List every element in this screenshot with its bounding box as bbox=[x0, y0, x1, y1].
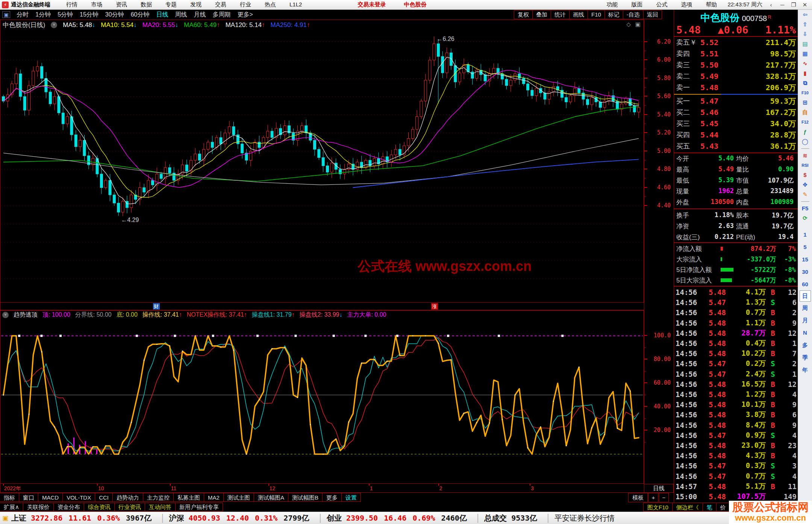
toolbar-button-标记[interactable]: 标记 bbox=[604, 10, 623, 19]
toolbar-button--自选[interactable]: -自选 bbox=[623, 10, 644, 19]
menu-item-资讯[interactable]: 资讯 bbox=[109, 1, 134, 8]
period-月[interactable]: 月 bbox=[798, 314, 812, 326]
menu-item-市场[interactable]: 市场 bbox=[84, 1, 109, 8]
menu-item-数据[interactable]: 数据 bbox=[134, 1, 159, 8]
period-60[interactable]: 60 bbox=[798, 278, 812, 290]
toolbar-button-叠加[interactable]: 叠加 bbox=[532, 10, 551, 19]
zoom-in-button[interactable]: + bbox=[648, 493, 658, 502]
tab-互动问答[interactable]: 互动问答 bbox=[145, 503, 176, 511]
period-1[interactable]: 1 bbox=[798, 228, 812, 241]
tab-CCI[interactable]: CCI bbox=[95, 493, 113, 502]
tab-行业资讯[interactable]: 行业资讯 bbox=[114, 503, 145, 511]
refresh-icon[interactable]: ⟳ bbox=[798, 213, 812, 223]
tab-笔[interactable]: 笔 bbox=[703, 503, 717, 512]
rsi-icon[interactable]: RSI bbox=[798, 160, 812, 170]
timeframe-1分钟[interactable]: 1分钟 bbox=[32, 11, 54, 18]
tree-icon[interactable]: ⊞ bbox=[798, 98, 812, 107]
menu-item-行情[interactable]: 行情 bbox=[59, 1, 84, 8]
timeframe-周线[interactable]: 周线 bbox=[171, 11, 190, 18]
timeframe-多周期[interactable]: 多周期 bbox=[209, 11, 234, 18]
f10-icon[interactable]: F10 bbox=[798, 88, 812, 98]
period-N[interactable]: N bbox=[798, 326, 812, 339]
tab-扩展∧[interactable]: 扩展∧ bbox=[0, 503, 23, 511]
diamond-icon[interactable]: ◇ bbox=[626, 21, 631, 28]
move-icon[interactable]: ✥ bbox=[798, 180, 812, 190]
tab-综合资讯[interactable]: 综合资讯 bbox=[84, 503, 115, 511]
kline-icon[interactable]: ▮ bbox=[798, 68, 812, 78]
formula-icon[interactable]: ƒ bbox=[798, 127, 812, 137]
period-周[interactable]: 周 bbox=[798, 302, 812, 314]
toolbar-button-画线[interactable]: 画线 bbox=[569, 10, 588, 19]
period-日[interactable]: 日 bbox=[800, 290, 811, 302]
menu-item-帮助[interactable]: 帮助 bbox=[699, 1, 724, 8]
down-arrow-icon[interactable]: ⇩ bbox=[798, 29, 812, 39]
tab-测试主图[interactable]: 测试主图 bbox=[223, 493, 254, 502]
f5-icon[interactable]: F5 bbox=[798, 204, 812, 213]
maximize-pane-icon[interactable]: ▣ bbox=[635, 21, 641, 28]
menu-item-交易[interactable]: 交易 bbox=[208, 1, 233, 8]
circle-icon[interactable]: ◯ bbox=[798, 137, 812, 146]
restore-icon[interactable]: ❐ bbox=[789, 2, 798, 8]
tab-MACD[interactable]: MACD bbox=[38, 493, 63, 502]
period-15[interactable]: 15 bbox=[798, 253, 812, 266]
toolbar-button-复权[interactable]: 复权 bbox=[514, 10, 533, 19]
event-badge-财[interactable]: 财 bbox=[153, 303, 160, 310]
indicator-subchart[interactable]: ˅趋势逃顶顶: 100.00分界线: 50.00底: 0.00操作线: 37.4… bbox=[0, 310, 644, 484]
period-5[interactable]: 5 bbox=[798, 241, 812, 253]
pencil-icon[interactable]: ✎ bbox=[798, 190, 812, 199]
tab-测试幅图A[interactable]: 测试幅图A bbox=[254, 493, 288, 502]
money-icon[interactable]: $ bbox=[798, 170, 812, 180]
period-多[interactable]: 多 bbox=[798, 339, 812, 351]
back-arrow-icon[interactable]: ⇦ bbox=[798, 10, 812, 20]
line-chart-icon[interactable]: ∿ bbox=[798, 59, 812, 68]
tab-侧边栏《[interactable]: 侧边栏《 bbox=[672, 503, 703, 512]
menu-item-选项[interactable]: 选项 bbox=[674, 1, 699, 8]
period-30[interactable]: 30 bbox=[798, 266, 812, 278]
menu-item-行业[interactable]: 行业 bbox=[233, 1, 258, 8]
tab-VOL-TDX[interactable]: VOL-TDX bbox=[62, 493, 95, 502]
zoom-out-button[interactable]: − bbox=[659, 493, 669, 502]
tab-图文F10[interactable]: 图文F10 bbox=[643, 503, 673, 512]
chevron-down-icon[interactable]: ˅ bbox=[51, 22, 57, 28]
tab-设置[interactable]: 设置 bbox=[341, 493, 361, 502]
toolbar-button-F10[interactable]: F10 bbox=[588, 10, 605, 19]
event-badge-涨[interactable]: 涨 bbox=[431, 303, 438, 310]
stock-shortcut[interactable]: 中色股份 bbox=[404, 1, 426, 8]
tab-更多[interactable]: 更多 bbox=[322, 493, 342, 502]
waves-icon[interactable]: ≋ bbox=[798, 151, 812, 160]
menu-item-发现[interactable]: 发现 bbox=[183, 1, 208, 8]
window-layout-icon[interactable]: ▣ bbox=[2, 11, 10, 18]
timeframe-更多>[interactable]: 更多> bbox=[234, 11, 256, 18]
timeframe-15分钟[interactable]: 15分钟 bbox=[76, 11, 102, 18]
menu-item-L1L2[interactable]: L1L2 bbox=[283, 1, 309, 8]
tab-关联报价[interactable]: 关联报价 bbox=[23, 503, 54, 511]
menu-item-热点[interactable]: 热点 bbox=[258, 1, 283, 8]
tab-价[interactable]: 价 bbox=[716, 503, 730, 512]
timeframe-30分钟[interactable]: 30分钟 bbox=[102, 11, 127, 18]
template-button[interactable]: 模板 bbox=[628, 493, 648, 502]
trade-login-status[interactable]: 交易未登录 bbox=[358, 1, 386, 8]
close-icon[interactable]: ✕ bbox=[800, 2, 810, 8]
menu-item-公式[interactable]: 公式 bbox=[649, 1, 674, 8]
table-icon[interactable]: ▦ bbox=[798, 49, 812, 59]
nav-back-icon[interactable]: ‹ bbox=[766, 2, 776, 8]
pages-icon[interactable]: ⧉ bbox=[798, 78, 812, 88]
menu-item-版面[interactable]: 版面 bbox=[624, 1, 649, 8]
menu-item-专题[interactable]: 专题 bbox=[159, 1, 183, 8]
tab-指标[interactable]: 指标 bbox=[0, 493, 19, 502]
timeframe-日线[interactable]: 日线 bbox=[153, 11, 171, 18]
tab-测试幅图B[interactable]: 测试幅图B bbox=[288, 493, 323, 502]
timeframe-月线[interactable]: 月线 bbox=[190, 11, 209, 18]
period-季[interactable]: 季 bbox=[798, 351, 812, 364]
tab-资金分布[interactable]: 资金分布 bbox=[53, 503, 84, 511]
timeframe-分时[interactable]: 分时 bbox=[13, 11, 32, 18]
minimize-icon[interactable]: ─ bbox=[777, 2, 787, 8]
tab-私募主图[interactable]: 私募主图 bbox=[173, 493, 204, 502]
menu-item-功能[interactable]: 功能 bbox=[600, 1, 624, 8]
toolbar-button-返回[interactable]: 返回 bbox=[643, 10, 662, 19]
up-arrow-icon[interactable]: ⇧ bbox=[798, 20, 812, 29]
quote-report-icon[interactable]: ▤ bbox=[798, 39, 812, 49]
tab-趋势动力[interactable]: 趋势动力 bbox=[112, 493, 143, 502]
f12-icon[interactable]: F12 bbox=[798, 117, 812, 127]
timeframe-5分钟[interactable]: 5分钟 bbox=[54, 11, 76, 18]
